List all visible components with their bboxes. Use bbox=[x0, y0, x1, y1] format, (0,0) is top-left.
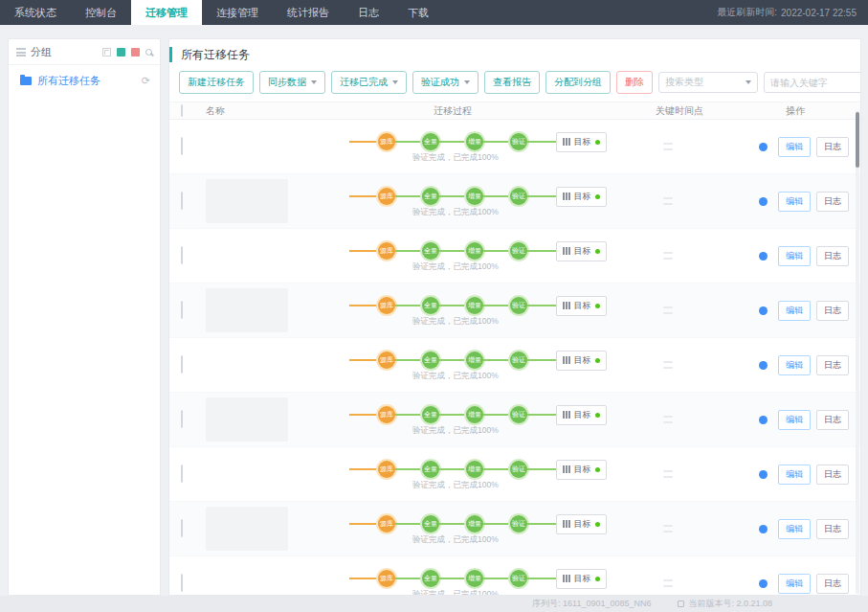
step-source[interactable]: 源库 bbox=[378, 406, 395, 423]
nav-item-connections[interactable]: 连接管理 bbox=[202, 0, 273, 25]
log-button[interactable]: 日志 bbox=[816, 355, 849, 375]
row-checkbox[interactable] bbox=[181, 246, 183, 264]
step-verify[interactable]: 验证 bbox=[510, 515, 527, 533]
view-report-button[interactable]: 查看报告 bbox=[484, 71, 540, 94]
row-checkbox[interactable] bbox=[181, 137, 183, 155]
search-group-icon[interactable] bbox=[145, 49, 152, 56]
log-button[interactable]: 日志 bbox=[816, 192, 849, 212]
edit-button[interactable]: 编辑 bbox=[778, 410, 811, 430]
edit-button[interactable]: 编辑 bbox=[778, 192, 811, 212]
step-verify[interactable]: 验证 bbox=[510, 570, 527, 587]
row-checkbox[interactable] bbox=[181, 465, 183, 483]
step-incremental[interactable]: 增量 bbox=[466, 461, 483, 478]
edit-button[interactable]: 编辑 bbox=[778, 246, 811, 266]
step-incremental[interactable]: 增量 bbox=[466, 515, 483, 533]
info-icon[interactable] bbox=[759, 470, 768, 479]
info-icon[interactable] bbox=[759, 143, 768, 151]
step-verify[interactable]: 验证 bbox=[510, 188, 527, 205]
row-checkbox[interactable] bbox=[181, 192, 183, 210]
nav-item-reports[interactable]: 统计报告 bbox=[273, 0, 344, 25]
step-incremental[interactable]: 增量 bbox=[466, 297, 483, 314]
edit-button[interactable]: 编辑 bbox=[778, 519, 811, 539]
step-full[interactable]: 全量 bbox=[422, 133, 439, 150]
nav-item-logs[interactable]: 日志 bbox=[344, 0, 393, 25]
info-icon[interactable] bbox=[759, 252, 768, 261]
edit-button[interactable]: 编辑 bbox=[778, 355, 811, 375]
target-node[interactable]: 目标 bbox=[556, 405, 607, 425]
step-full[interactable]: 全量 bbox=[422, 406, 439, 423]
sidebar-item-all-tasks[interactable]: 所有迁移任务 ⟳ bbox=[9, 65, 160, 88]
search-input[interactable] bbox=[764, 72, 861, 93]
step-verify[interactable]: 验证 bbox=[510, 133, 527, 150]
edit-button[interactable]: 编辑 bbox=[778, 301, 811, 321]
nav-item-migration[interactable]: 迁移管理 bbox=[131, 0, 202, 25]
step-verify[interactable]: 验证 bbox=[510, 351, 527, 369]
step-source[interactable]: 源库 bbox=[378, 515, 395, 533]
filter-sync-data-dropdown[interactable]: 同步数据 bbox=[259, 71, 325, 94]
select-all-checkbox[interactable] bbox=[181, 104, 183, 117]
filter-migration-done-dropdown[interactable]: 迁移已完成 bbox=[331, 71, 407, 94]
step-full[interactable]: 全量 bbox=[422, 242, 439, 260]
info-icon[interactable] bbox=[759, 579, 768, 588]
edit-button[interactable]: 编辑 bbox=[778, 465, 811, 485]
step-full[interactable]: 全量 bbox=[422, 461, 439, 478]
edit-button[interactable]: 编辑 bbox=[778, 574, 811, 594]
target-node[interactable]: 目标 bbox=[556, 132, 607, 152]
assign-group-button[interactable]: 分配到分组 bbox=[545, 71, 611, 94]
step-incremental[interactable]: 增量 bbox=[466, 188, 483, 205]
step-full[interactable]: 全量 bbox=[422, 188, 439, 205]
step-source[interactable]: 源库 bbox=[378, 133, 395, 150]
step-full[interactable]: 全量 bbox=[422, 570, 439, 587]
info-icon[interactable] bbox=[759, 525, 768, 533]
step-incremental[interactable]: 增量 bbox=[466, 406, 483, 423]
step-incremental[interactable]: 增量 bbox=[466, 242, 483, 260]
target-node[interactable]: 目标 bbox=[556, 296, 607, 316]
filter-verify-success-dropdown[interactable]: 验证成功 bbox=[412, 71, 479, 94]
log-button[interactable]: 日志 bbox=[816, 410, 849, 430]
view-grid-icon[interactable] bbox=[102, 48, 111, 57]
step-full[interactable]: 全量 bbox=[422, 297, 439, 314]
scrollbar[interactable] bbox=[856, 110, 859, 594]
refresh-icon[interactable]: ⟳ bbox=[142, 76, 150, 86]
delete-group-icon[interactable] bbox=[131, 48, 140, 57]
step-incremental[interactable]: 增量 bbox=[466, 351, 483, 369]
nav-item-system-status[interactable]: 系统状态 bbox=[0, 0, 71, 25]
target-node[interactable]: 目标 bbox=[556, 460, 607, 480]
step-verify[interactable]: 验证 bbox=[510, 406, 527, 423]
log-button[interactable]: 日志 bbox=[816, 137, 849, 157]
scrollbar-thumb[interactable] bbox=[856, 112, 859, 168]
step-verify[interactable]: 验证 bbox=[510, 242, 527, 260]
info-icon[interactable] bbox=[759, 306, 768, 315]
row-checkbox[interactable] bbox=[181, 410, 183, 428]
target-node[interactable]: 目标 bbox=[556, 351, 607, 371]
step-verify[interactable]: 验证 bbox=[510, 297, 527, 314]
nav-item-download[interactable]: 下载 bbox=[393, 0, 443, 25]
step-source[interactable]: 源库 bbox=[378, 570, 395, 587]
target-node[interactable]: 目标 bbox=[556, 187, 607, 207]
info-icon[interactable] bbox=[759, 416, 768, 424]
search-type-select[interactable]: 搜索类型 bbox=[658, 72, 758, 93]
log-button[interactable]: 日志 bbox=[816, 574, 849, 594]
log-button[interactable]: 日志 bbox=[816, 465, 849, 485]
step-source[interactable]: 源库 bbox=[378, 242, 395, 260]
target-node[interactable]: 目标 bbox=[556, 241, 607, 261]
row-checkbox[interactable] bbox=[181, 519, 183, 537]
info-icon[interactable] bbox=[759, 197, 768, 206]
row-checkbox[interactable] bbox=[181, 574, 183, 592]
row-checkbox[interactable] bbox=[181, 355, 183, 374]
log-button[interactable]: 日志 bbox=[816, 301, 849, 321]
info-icon[interactable] bbox=[759, 361, 768, 370]
step-source[interactable]: 源库 bbox=[378, 188, 395, 205]
step-source[interactable]: 源库 bbox=[378, 297, 395, 314]
edit-button[interactable]: 编辑 bbox=[778, 137, 811, 157]
nav-item-console[interactable]: 控制台 bbox=[71, 0, 131, 25]
row-checkbox[interactable] bbox=[181, 301, 183, 319]
new-task-button[interactable]: 新建迁移任务 bbox=[179, 71, 254, 94]
step-source[interactable]: 源库 bbox=[378, 461, 395, 478]
step-source[interactable]: 源库 bbox=[378, 351, 395, 369]
target-node[interactable]: 目标 bbox=[556, 569, 607, 589]
log-button[interactable]: 日志 bbox=[816, 246, 849, 266]
step-verify[interactable]: 验证 bbox=[510, 461, 527, 478]
step-incremental[interactable]: 增量 bbox=[466, 570, 483, 587]
target-node[interactable]: 目标 bbox=[556, 514, 607, 534]
